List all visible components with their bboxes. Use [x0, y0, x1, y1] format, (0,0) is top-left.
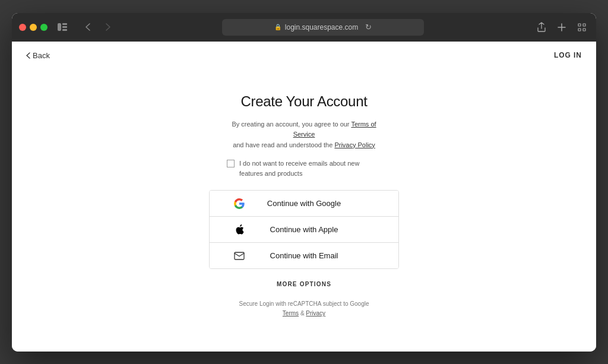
- minimize-button[interactable]: [30, 24, 37, 31]
- browser-chrome: 🔒 login.squarespace.com ↻: [12, 13, 596, 42]
- privacy-policy-link[interactable]: Privacy Policy: [334, 141, 375, 148]
- login-link[interactable]: LOG IN: [554, 51, 582, 59]
- google-icon: [233, 198, 245, 210]
- recaptcha-privacy-link[interactable]: Privacy: [306, 310, 325, 316]
- forward-nav-button[interactable]: [100, 21, 116, 33]
- email-opt-out-row: I do not want to receive emails about ne…: [227, 159, 381, 178]
- email-opt-out-label: I do not want to receive emails about ne…: [239, 159, 381, 178]
- svg-rect-3: [62, 29, 67, 31]
- lock-icon: 🔒: [274, 24, 281, 30]
- email-button[interactable]: Continue with Email: [210, 243, 398, 268]
- address-bar[interactable]: 🔒 login.squarespace.com ↻: [222, 19, 424, 36]
- sidebar-icon[interactable]: [55, 21, 70, 33]
- svg-rect-5: [583, 24, 585, 26]
- apple-button[interactable]: Continue with Apple: [210, 217, 398, 243]
- auth-buttons: Continue with Google Continue with Apple: [209, 190, 399, 269]
- svg-rect-1: [62, 23, 67, 25]
- email-opt-out-checkbox[interactable]: [227, 160, 235, 167]
- address-bar-wrap: 🔒 login.squarespace.com ↻: [121, 19, 525, 36]
- grid-icon[interactable]: [575, 20, 589, 34]
- new-tab-icon[interactable]: [555, 20, 569, 34]
- google-button-label: Continue with Google: [267, 199, 341, 208]
- recaptcha-text: Secure Login with reCAPTCHA subject to G…: [239, 299, 369, 318]
- back-link[interactable]: Back: [26, 51, 50, 60]
- back-label: Back: [33, 51, 50, 60]
- page-header: Back LOG IN: [12, 42, 596, 69]
- browser-content: Back LOG IN Create Your Account By creat…: [12, 42, 596, 352]
- maximize-button[interactable]: [40, 24, 48, 31]
- url-text: login.squarespace.com: [285, 23, 358, 31]
- terms-text: By creating an account, you agree to our…: [227, 119, 381, 151]
- apple-icon: [233, 224, 245, 236]
- recaptcha-terms-link[interactable]: Terms: [283, 310, 299, 316]
- google-button[interactable]: Continue with Google: [210, 191, 398, 217]
- email-button-label: Continue with Email: [270, 251, 338, 260]
- share-icon[interactable]: [534, 20, 549, 34]
- svg-rect-2: [62, 26, 67, 28]
- apple-button-label: Continue with Apple: [270, 225, 338, 234]
- more-options-button[interactable]: MORE OPTIONS: [277, 281, 331, 287]
- svg-rect-7: [583, 29, 585, 31]
- page-title: Create Your Account: [240, 93, 367, 110]
- traffic-lights: [19, 24, 48, 31]
- browser-window: 🔒 login.squarespace.com ↻: [12, 13, 596, 352]
- back-nav-button[interactable]: [80, 21, 96, 33]
- svg-rect-6: [578, 29, 581, 31]
- svg-rect-0: [58, 23, 61, 31]
- main-content: Create Your Account By creating an accou…: [12, 69, 596, 343]
- email-icon: [233, 250, 245, 262]
- recaptcha-line1: Secure Login with reCAPTCHA subject to G…: [239, 300, 369, 307]
- browser-nav: [80, 21, 116, 33]
- reload-icon[interactable]: ↻: [365, 23, 372, 31]
- close-button[interactable]: [19, 24, 26, 31]
- browser-actions: [534, 20, 589, 34]
- svg-rect-4: [578, 24, 581, 26]
